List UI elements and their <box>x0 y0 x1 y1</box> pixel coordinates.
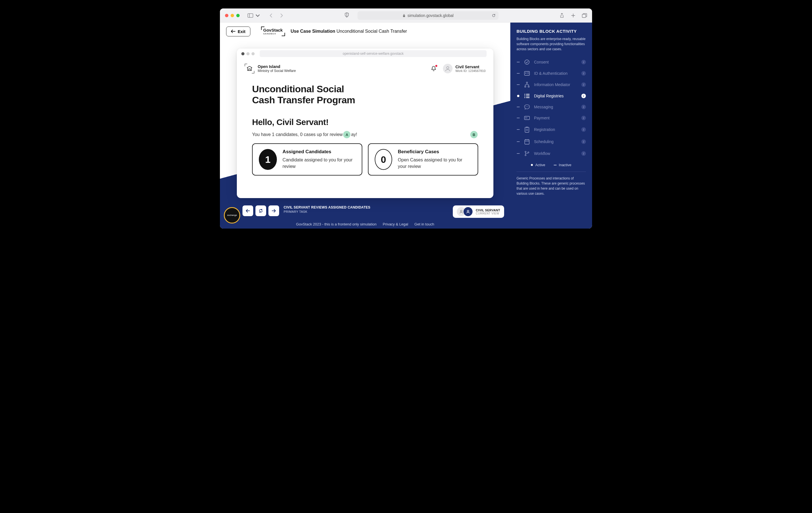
forward-button[interactable] <box>279 13 284 18</box>
sidebar-legend: Active Inactive <box>517 163 586 167</box>
address-bar[interactable]: simulation.govstack.global <box>357 11 498 20</box>
info-icon[interactable]: i <box>581 151 586 156</box>
bb-label: Digital Registries <box>534 94 577 98</box>
simulation-title: Use Case Simulation Unconditional Social… <box>291 29 407 34</box>
task-bar: exchange CIVIL SERVANT REVIEWS ASSIGNED … <box>220 203 510 228</box>
bb-item-digital-registries[interactable]: Digital Registriesi <box>517 91 586 101</box>
sidebar-toggle[interactable] <box>248 13 261 18</box>
inner-address-bar[interactable]: openisland-self-service-welfare.govstack <box>260 50 487 57</box>
back-button[interactable] <box>269 13 273 18</box>
program-title: Unconditional Social Cash Transfer Progr… <box>252 83 478 106</box>
maximize-window-button[interactable] <box>236 14 240 17</box>
bb-item-workflow[interactable]: Workflowi <box>517 148 586 159</box>
bb-label: Messaging <box>534 105 577 109</box>
beneficiary-cases-card[interactable]: 0 Beneficiary Cases Open Cases assigned … <box>368 143 478 176</box>
bb-item-scheduling[interactable]: Schedulingi <box>517 136 586 147</box>
svg-point-6 <box>460 210 462 212</box>
privacy-shield-icon[interactable] <box>345 12 349 19</box>
info-icon[interactable]: i <box>581 82 586 87</box>
card-title: Assigned Candidates <box>283 149 355 155</box>
inner-browser-chrome: openisland-self-service-welfare.govstack <box>237 49 493 59</box>
tabs-icon[interactable] <box>582 13 587 18</box>
footer-links: GovStack 2023 - this is a frontend only … <box>220 222 510 226</box>
svg-point-24 <box>528 106 528 107</box>
card-description: Open Cases assigned to you for your revi… <box>398 157 471 169</box>
summary-cards: 1 Assigned Candidates Candidate assigned… <box>252 143 478 176</box>
svg-rect-4 <box>582 14 586 18</box>
bb-state-icon <box>517 84 520 85</box>
bb-label: Consent <box>534 60 577 64</box>
view-sub: CURRENT VIEW <box>476 212 500 215</box>
current-view-pill[interactable]: CIVIL SERVANT CURRENT VIEW <box>453 206 504 218</box>
bb-item-registration[interactable]: Registrationi <box>517 124 586 135</box>
info-icon[interactable]: i <box>581 116 586 120</box>
org-logo-icon <box>245 64 254 73</box>
nav-buttons <box>269 13 284 18</box>
info-icon[interactable]: i <box>581 60 586 64</box>
minimize-window-button[interactable] <box>231 14 234 17</box>
cases-count: 0 <box>375 149 392 170</box>
svg-point-23 <box>527 106 527 107</box>
govstack-logo: GovStack SANDBOX <box>261 27 285 36</box>
task-next-button[interactable] <box>268 206 279 216</box>
share-icon[interactable] <box>559 13 564 18</box>
svg-rect-15 <box>528 86 529 87</box>
notifications-button[interactable] <box>431 65 437 72</box>
building-block-list: ConsentiID & AuthenticationiInformation … <box>517 57 586 159</box>
bb-item-messaging[interactable]: Messagingi <box>517 102 586 112</box>
view-icon-active <box>464 207 472 216</box>
inner-browser-frame: openisland-self-service-welfare.govstack… <box>237 49 493 198</box>
assigned-candidates-card[interactable]: 1 Assigned Candidates Candidate assigned… <box>252 143 362 176</box>
close-window-button[interactable] <box>225 14 228 17</box>
info-icon[interactable]: i <box>581 127 586 132</box>
bb-label: Registration <box>534 127 577 132</box>
task-prev-button[interactable] <box>242 206 253 216</box>
info-icon[interactable]: i <box>581 94 586 98</box>
branch-icon <box>524 151 530 156</box>
info-icon[interactable]: i <box>581 71 586 76</box>
building-block-sidebar: BUILDING BLOCK ACTIVITY Building Blocks … <box>510 23 592 228</box>
copyright-text: GovStack 2023 - this is a frontend only … <box>296 222 376 226</box>
arrow-left-icon <box>231 30 235 33</box>
svg-rect-9 <box>524 72 529 75</box>
marker-b[interactable]: B <box>470 131 477 138</box>
new-tab-icon[interactable] <box>571 13 576 18</box>
exit-button[interactable]: Exit <box>226 27 250 36</box>
info-icon[interactable]: i <box>581 139 586 144</box>
org-department: Ministry of Social Welfare <box>258 69 296 73</box>
exchange-badge[interactable]: exchange <box>224 207 240 223</box>
exit-label: Exit <box>238 29 245 34</box>
org-name: Open Island <box>258 64 296 69</box>
bb-label: ID & Authentication <box>534 71 577 76</box>
task-heading: CIVIL SERVANT REVIEWS ASSIGNED CANDIDATE… <box>284 206 371 209</box>
sidebar-description: Building Blocks are enterprise-ready, re… <box>517 36 586 52</box>
svg-point-10 <box>525 73 526 74</box>
bb-state-icon <box>517 141 520 142</box>
network-icon <box>524 82 530 87</box>
bb-label: Scheduling <box>534 139 577 144</box>
reload-icon[interactable] <box>492 14 496 18</box>
user-menu[interactable]: Civil Servant Work ID: 1234567810 <box>443 64 486 73</box>
contact-link[interactable]: Get in touch <box>414 222 434 226</box>
info-icon[interactable]: i <box>581 105 586 109</box>
privacy-link[interactable]: Privacy & Legal <box>383 222 408 226</box>
task-refresh-button[interactable] <box>256 206 266 216</box>
bb-state-icon <box>517 107 520 107</box>
chevron-down-icon <box>255 13 261 18</box>
user-work-id: Work ID: 1234567810 <box>455 69 486 73</box>
bb-label: Information Mediator <box>534 82 577 87</box>
svg-point-36 <box>525 155 526 156</box>
bb-item-consent[interactable]: Consenti <box>517 57 586 68</box>
svg-rect-27 <box>525 127 529 132</box>
bb-item-payment[interactable]: $=Paymenti <box>517 113 586 123</box>
view-label: CIVIL SERVANT <box>476 209 500 212</box>
sidebar-bottom-desc: Generic Processes and interactions of Bu… <box>517 176 586 196</box>
bb-item-information-mediator[interactable]: Information Mediatori <box>517 79 586 90</box>
window-controls <box>225 14 240 17</box>
greeting-heading: Hello, Civil Servant! <box>252 117 478 127</box>
svg-point-37 <box>528 152 529 153</box>
bb-state-icon <box>517 95 520 97</box>
bb-label: Payment <box>534 116 577 120</box>
bb-item-id-authentication[interactable]: ID & Authenticationi <box>517 69 586 78</box>
marker-a[interactable]: A <box>343 131 350 138</box>
